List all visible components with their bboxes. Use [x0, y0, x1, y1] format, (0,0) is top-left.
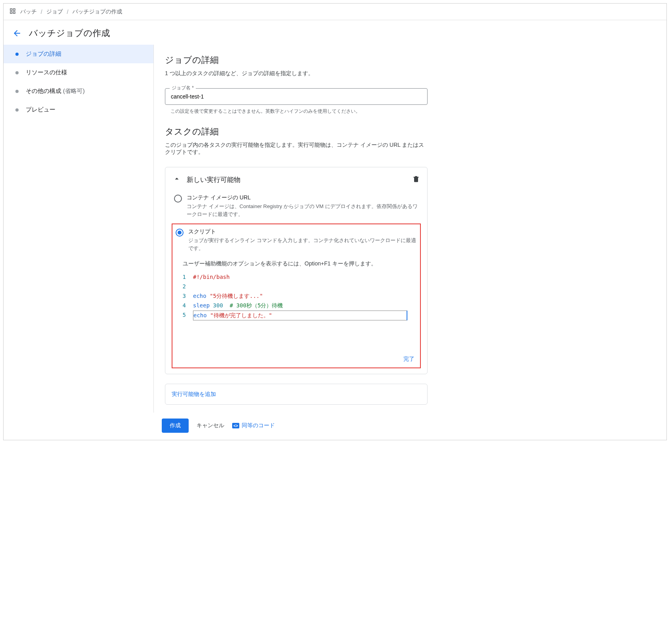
code-line: echo "5分待機します..." [193, 292, 263, 301]
sidebar-item-other-config[interactable]: その他の構成 (省略可) [4, 82, 153, 100]
step-dot-icon [15, 53, 19, 56]
task-details-heading: タスクの詳細 [165, 126, 428, 138]
script-editor[interactable]: 1#!/bin/bash 2 3echo "5分待機します..." 4sleep… [172, 271, 420, 324]
job-name-helper: この設定を後で変更することはできません。英数字とハイフンのみを使用してください。 [165, 108, 428, 115]
job-details-heading: ジョブの詳細 [165, 54, 428, 66]
job-name-input[interactable] [165, 88, 428, 105]
radio-description: ジョブが実行するインライン コマンドを入力します。コンテナ化されていないワークロ… [188, 237, 417, 252]
trash-icon[interactable] [412, 175, 420, 184]
step-dot-icon [15, 71, 19, 74]
job-name-label: ジョブ名 * [170, 85, 196, 91]
code-line: #!/bin/bash [193, 273, 230, 282]
breadcrumb-item[interactable]: ジョブ [46, 8, 63, 15]
breadcrumb-separator: / [41, 9, 42, 15]
code-line: sleep 300 # 300秒（5分）待機 [193, 301, 283, 311]
breadcrumb: バッチ / ジョブ / バッチジョブの作成 [4, 4, 666, 20]
accessibility-hint: ユーザー補助機能のオプションを表示するには、Option+F1 キーを押します。 [172, 258, 420, 271]
sidebar-item-resource-spec[interactable]: リソースの仕様 [4, 63, 153, 82]
done-button[interactable]: 完了 [403, 356, 414, 363]
breadcrumb-item[interactable]: バッチ [20, 8, 37, 15]
breadcrumb-separator: / [67, 9, 68, 15]
chevron-up-icon[interactable] [172, 174, 181, 185]
breadcrumb-item[interactable]: バッチジョブの作成 [72, 8, 122, 15]
code-line: echo "待機が完了しました。" [193, 311, 407, 321]
code-icon: <> [232, 423, 239, 428]
radio-script[interactable]: スクリプト ジョブが実行するインライン コマンドを入力します。コンテナ化されてい… [172, 224, 420, 258]
sidebar: ジョブの詳細 リソースの仕様 その他の構成 (省略可) プレビュー [4, 45, 154, 413]
sidebar-item-job-details[interactable]: ジョブの詳細 [4, 45, 153, 63]
sidebar-item-label: ジョブの詳細 [26, 50, 61, 58]
step-dot-icon [15, 108, 19, 112]
batch-icon [9, 8, 16, 16]
runnable-card: 新しい実行可能物 コンテナ イメージの URL コンテナ イメージは、Conta… [165, 167, 428, 374]
task-details-subtext: このジョブ内の各タスクの実行可能物を指定します。実行可能物は、コンテナ イメージ… [165, 142, 428, 156]
cancel-button[interactable]: キャンセル [197, 422, 224, 429]
runnable-title: 新しい実行可能物 [187, 175, 407, 184]
page-header: バッチジョブの作成 [4, 20, 666, 45]
radio-container-image[interactable]: コンテナ イメージの URL コンテナ イメージは、Container Regi… [172, 192, 420, 224]
sidebar-item-label: その他の構成 [26, 87, 61, 94]
radio-description: コンテナ イメージは、Container Registry からジョブの VM … [187, 203, 418, 218]
radio-label: スクリプト [188, 228, 417, 235]
sidebar-item-label: リソースの仕様 [26, 69, 67, 76]
script-highlight-box: スクリプト ジョブが実行するインライン コマンドを入力します。コンテナ化されてい… [172, 224, 421, 368]
back-arrow-icon[interactable] [12, 28, 22, 38]
sidebar-item-preview[interactable]: プレビュー [4, 100, 153, 119]
equivalent-code-label: 同等のコード [242, 422, 275, 429]
radio-label: コンテナ イメージの URL [187, 194, 418, 201]
footer-actions: 作成 キャンセル <> 同等のコード [4, 413, 666, 440]
radio-checked-icon [176, 229, 184, 237]
job-details-subtext: 1 つ以上のタスクの詳細など、ジョブの詳細を指定します。 [165, 70, 428, 77]
equivalent-code-button[interactable]: <> 同等のコード [232, 422, 275, 429]
sidebar-item-optional: (省略可) [63, 87, 85, 94]
step-dot-icon [15, 90, 19, 93]
sidebar-item-label: プレビュー [26, 106, 55, 114]
job-name-field-wrap: ジョブ名 * [165, 88, 428, 105]
create-button[interactable]: 作成 [162, 419, 189, 433]
radio-unchecked-icon [174, 195, 182, 203]
main-content: ジョブの詳細 1 つ以上のタスクの詳細など、ジョブの詳細を指定します。 ジョブ名… [154, 45, 439, 413]
page-title: バッチジョブの作成 [29, 27, 110, 39]
add-runnable-card[interactable]: 実行可能物を追加 [165, 384, 428, 405]
add-runnable-link: 実行可能物を追加 [172, 391, 216, 397]
